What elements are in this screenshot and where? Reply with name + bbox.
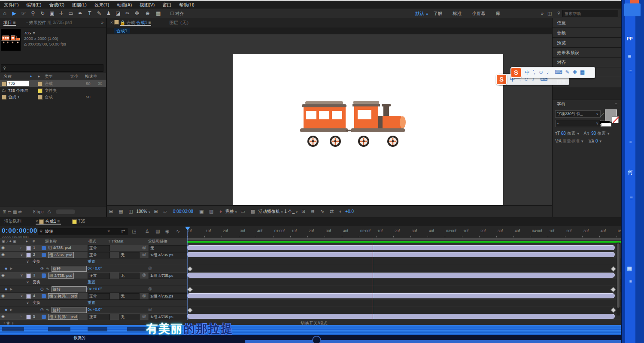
menu-item-8[interactable]: 帮助(H): [179, 2, 194, 7]
fast-previews-icon[interactable]: ≋: [311, 206, 315, 217]
expand-arrow[interactable]: ∨: [20, 272, 23, 279]
snapshot-icon[interactable]: ▣: [199, 206, 204, 217]
align-checkbox[interactable]: ☐ 对齐: [170, 11, 184, 16]
desktop-icon-label[interactable]: [2, 327, 24, 331]
ime-toolbox-icon[interactable]: ▦: [580, 69, 585, 76]
bit-depth-button[interactable]: 8 bpc: [33, 206, 43, 217]
timeline-ruler[interactable]: 0f10f20f30f40f01:00f10f20f30f40f02:00f10…: [187, 226, 621, 238]
ime-voice-icon[interactable]: ♩: [547, 69, 552, 76]
menu-item-1[interactable]: 编辑(E): [26, 2, 41, 7]
rotation-property-label[interactable]: 旋转: [52, 307, 87, 313]
no-color-swatch[interactable]: [612, 116, 619, 123]
ime-skin-icon[interactable]: ✚: [573, 69, 577, 76]
mode-dropdown[interactable]: 正常∨: [88, 252, 110, 258]
mask-visibility-icon[interactable]: ▱: [164, 206, 167, 217]
workspace-tab-1[interactable]: 了解: [433, 11, 442, 16]
close-icon[interactable]: ×: [110, 20, 113, 25]
parent-pickwhip-icon[interactable]: @: [142, 313, 146, 320]
layer-name[interactable]: 组 3/735. psd: [48, 252, 74, 258]
interpret-footage-icon[interactable]: ⊞: [3, 206, 6, 217]
stopwatch-icon[interactable]: ◷: [40, 286, 44, 292]
home-icon[interactable]: ⌂: [0, 9, 9, 18]
ime-keyboard-icon[interactable]: ⌨: [555, 69, 562, 76]
camera-tool[interactable]: ▣: [47, 9, 57, 18]
rotation-tool[interactable]: ↻: [38, 9, 47, 18]
trash-icon[interactable]: ♺: [47, 206, 51, 217]
help-search-input[interactable]: [562, 10, 618, 17]
project-row[interactable]: 合成 1 合成 50: [0, 94, 106, 100]
panel-header-2[interactable]: 预览: [553, 38, 621, 48]
rotobrush-tool[interactable]: ✑: [123, 9, 132, 18]
comp-flowchart-icon[interactable]: ⇄: [330, 206, 334, 217]
layer-name[interactable]: 组 4/735. psd: [48, 245, 71, 251]
keyframe-next-icon[interactable]: ▶: [10, 286, 12, 292]
show-snapshot-icon[interactable]: ▥: [209, 206, 213, 217]
layer-color-swatch[interactable]: [26, 246, 31, 251]
menu-item-3[interactable]: 图层(L): [72, 2, 87, 7]
timeline-scrollbar[interactable]: [617, 243, 620, 316]
layer-color-swatch[interactable]: [26, 315, 31, 319]
layer-color-swatch[interactable]: [26, 273, 31, 278]
expand-arrow[interactable]: ∨: [26, 300, 29, 306]
camera-dropdown[interactable]: 活动摄像机∨: [258, 209, 283, 214]
character-panel-header[interactable]: 字符 ≡: [553, 100, 621, 109]
timeline-search-input[interactable]: [38, 228, 128, 235]
reset-button[interactable]: 重置: [88, 258, 95, 265]
composition-canvas[interactable]: [233, 54, 503, 224]
type-tool[interactable]: T: [85, 9, 94, 18]
main-viewer-icon[interactable]: ▤: [118, 206, 123, 217]
parent-dropdown[interactable]: 1.组 4/735.ps∨: [149, 252, 187, 258]
motion-blur-icon[interactable]: ◉: [165, 228, 170, 234]
menu-item-7[interactable]: 窗口: [162, 2, 171, 7]
workspace-tab-0[interactable]: 默认: [415, 11, 424, 16]
keyframe-next-icon[interactable]: ▶: [10, 265, 12, 272]
ime-toolbar[interactable]: S 中’,☺♩⌨✎✚▦: [513, 67, 595, 78]
hide-shy-icon[interactable]: ♙: [145, 228, 149, 234]
mode-dropdown[interactable]: 正常∨: [88, 314, 110, 320]
layer-name[interactable]: 组 1 拷贝/... psd: [48, 314, 78, 320]
tab-timeline-comp[interactable]: × 合成1 ≡: [36, 219, 61, 225]
panel-menu-icon[interactable]: ≡: [13, 20, 16, 25]
panel-header-4[interactable]: 对齐: [553, 58, 621, 67]
mode-dropdown[interactable]: 正常∨: [88, 293, 110, 300]
graph-editor-icon[interactable]: ∿: [176, 228, 180, 234]
workspace-tab-2[interactable]: 标准: [453, 11, 462, 16]
always-preview-icon[interactable]: ⊟: [109, 206, 113, 217]
pan-behind-tool[interactable]: ✛: [57, 9, 66, 18]
start-button[interactable]: [312, 336, 321, 343]
transform-group-label[interactable]: 变换: [33, 300, 40, 306]
eye-icon[interactable]: ◉: [1, 245, 5, 251]
zoom-tool[interactable]: ⚲: [28, 9, 38, 18]
media-browser-icon[interactable]: ◫: [547, 9, 552, 18]
tab-effect-controls[interactable]: ▫ 效果控件 组 3/735.psd: [26, 20, 72, 25]
breadcrumb[interactable]: 合成1: [114, 28, 130, 33]
mini-timeline-icon[interactable]: ∿: [320, 206, 324, 217]
tab-overflow-icon[interactable]: »: [101, 18, 103, 27]
parent-dropdown[interactable]: 1.组 4/735.ps∨: [149, 273, 187, 279]
menu-item-6[interactable]: 视图(V): [140, 2, 155, 7]
transform-group-label[interactable]: 变换: [33, 279, 40, 285]
exposure-value[interactable]: +0.0: [345, 209, 354, 214]
keyframe-nav-diamond[interactable]: ◆: [5, 307, 7, 313]
reset-button[interactable]: 重置: [88, 300, 95, 306]
trkmat-dropdown[interactable]: 无∨: [119, 273, 140, 279]
tab-project[interactable]: 项目 ≡: [3, 20, 16, 26]
expand-arrow[interactable]: ∨: [20, 293, 23, 299]
resolution-dropdown[interactable]: 完整∨: [225, 209, 237, 214]
parent-dropdown[interactable]: 无∨: [149, 245, 187, 252]
workspace-tab-3[interactable]: 小屏幕: [472, 11, 486, 16]
rotation-property-label[interactable]: 旋转: [52, 286, 87, 292]
font-family-dropdown[interactable]: 字魂230号-快_∨: [555, 110, 601, 118]
workspace-overflow[interactable]: »: [541, 9, 544, 18]
draft-3d-icon[interactable]: ◳: [132, 228, 136, 234]
timeline-columns-header[interactable]: ◉ ♪ ● ▣ ♦ # 源名称 模式 T TrkMat 父级和链接: [0, 238, 187, 245]
project-row[interactable]: 🗀 735 个图层 文件夹: [0, 87, 106, 94]
selection-tool[interactable]: ▶: [9, 9, 19, 18]
keyframe-nav-diamond[interactable]: ◆: [5, 265, 7, 272]
transparency-grid-icon[interactable]: ▩: [251, 206, 255, 217]
layer-color-swatch[interactable]: [26, 294, 31, 299]
layer-row[interactable]: ◉›5组 1 拷贝/... psd正常∨无∨@1.组 4/735.ps∨: [0, 313, 187, 320]
property-graph-icon[interactable]: ∿: [46, 307, 49, 313]
layer-duration-bar[interactable]: [187, 252, 615, 257]
expand-arrow[interactable]: ∨: [20, 252, 23, 258]
